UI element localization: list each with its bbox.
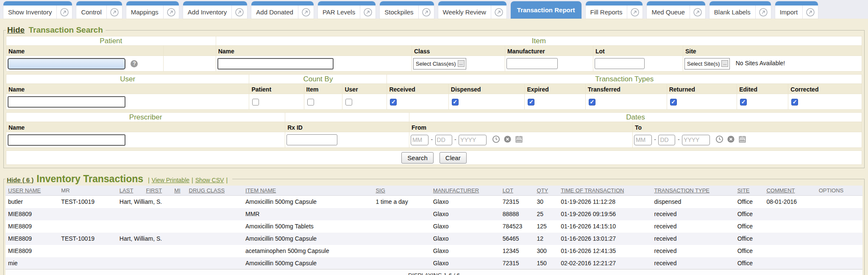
tab-blank-labels[interactable]: Blank Labels <box>709 1 771 19</box>
class-picker-ellipsis-button[interactable]: ... <box>458 60 465 67</box>
open-new-window-icon[interactable] <box>690 6 705 19</box>
column-header-qty[interactable]: QTY <box>534 186 559 196</box>
to-time-icon[interactable] <box>715 135 723 145</box>
cell-lot: 784523 <box>500 220 534 233</box>
clear-button[interactable]: Clear <box>440 152 467 164</box>
type-received-checkbox[interactable] <box>390 99 397 106</box>
search-button[interactable]: Search <box>401 152 434 164</box>
cell-qty: 25 <box>534 208 559 220</box>
site-picker-label: Select Site(s) <box>687 61 720 67</box>
from-calendar-icon[interactable] <box>515 135 523 145</box>
hide-search-link[interactable]: Hide <box>7 25 25 34</box>
tab-control[interactable]: Control <box>76 1 122 19</box>
from-year-input[interactable] <box>459 135 487 145</box>
column-header-lot[interactable]: LOT <box>500 186 534 196</box>
column-header-item-name[interactable]: ITEM NAME <box>243 186 373 196</box>
open-new-window-icon[interactable] <box>418 6 434 19</box>
transaction-types-section-header: Transaction Types <box>387 75 862 84</box>
column-header-user-name[interactable]: USER NAME <box>6 186 58 196</box>
item-name-input[interactable] <box>217 58 334 69</box>
count-by-patient-checkbox[interactable] <box>252 99 259 106</box>
open-new-window-icon[interactable] <box>56 6 72 19</box>
to-calendar-icon[interactable] <box>738 135 746 145</box>
to-year-input[interactable] <box>682 135 710 145</box>
open-new-window-icon[interactable] <box>106 6 122 19</box>
open-new-window-icon[interactable] <box>163 6 179 19</box>
open-new-window-icon[interactable] <box>298 6 314 19</box>
to-date-group: - - <box>634 136 747 143</box>
hide-results-link[interactable]: Hide ( 6 ) <box>7 176 33 183</box>
site-picker-ellipsis-button[interactable]: ... <box>721 60 728 67</box>
tab-label: Show Inventory <box>3 8 56 16</box>
from-clear-date-icon[interactable] <box>504 135 512 145</box>
tab-add-donated[interactable]: Add Donated <box>251 1 314 19</box>
rx-id-input[interactable] <box>287 134 337 145</box>
column-header-last[interactable]: LAST <box>117 186 144 196</box>
to-month-input[interactable] <box>634 135 652 145</box>
open-new-window-icon[interactable] <box>755 6 771 19</box>
tab-weekly-review[interactable]: Weekly Review <box>438 1 506 19</box>
tab-med-queue[interactable]: Med Queue <box>647 1 705 19</box>
tab-par-levels[interactable]: PAR Levels <box>318 1 376 19</box>
tab-stockpiles[interactable]: Stockpiles <box>380 1 434 19</box>
view-printable-link[interactable]: View Printable <box>152 177 189 183</box>
to-date-label: To <box>632 122 862 132</box>
prescriber-name-input[interactable] <box>8 134 125 146</box>
column-header-drug-class[interactable]: DRUG CLASS <box>186 186 243 196</box>
to-day-input[interactable] <box>658 135 675 145</box>
show-csv-link[interactable]: Show CSV <box>195 177 224 183</box>
cell-comment <box>764 233 816 245</box>
type-expired-label: Expired <box>525 84 585 94</box>
type-returned-checkbox[interactable] <box>670 99 677 106</box>
manufacturer-input[interactable] <box>506 58 558 69</box>
tab-transaction-report[interactable]: Transaction Report <box>511 1 581 19</box>
lot-input[interactable] <box>595 58 645 69</box>
open-new-window-icon[interactable] <box>231 6 247 19</box>
transaction-report-screen: Show Inventory Control Mappings Add Inve… <box>0 0 868 275</box>
tab-show-inventory[interactable]: Show Inventory <box>3 1 72 19</box>
open-new-window-icon[interactable] <box>491 6 506 19</box>
tab-add-inventory[interactable]: Add Inventory <box>183 1 248 19</box>
column-header-sig[interactable]: SIG <box>373 186 430 196</box>
open-new-window-icon[interactable] <box>627 6 643 19</box>
column-header-mi[interactable]: MI <box>172 186 186 196</box>
column-header-manufacturer[interactable]: MANUFACTURER <box>431 186 500 196</box>
to-clear-date-icon[interactable] <box>727 135 735 145</box>
tab-mappings[interactable]: Mappings <box>126 1 179 19</box>
cell-lot: 56465 <box>500 233 534 245</box>
user-name-input[interactable] <box>8 96 125 108</box>
column-header-time-of-transaction[interactable]: TIME OF TRANSACTION <box>558 186 651 196</box>
site-picker[interactable]: Select Site(s) ... <box>684 58 730 69</box>
help-icon[interactable]: ? <box>131 60 138 67</box>
patient-name-input[interactable] <box>8 58 125 69</box>
open-new-window-icon[interactable] <box>802 6 818 19</box>
results-header-row: USER NAMEMRLASTFIRSTMIDRUG CLASSITEM NAM… <box>6 186 862 196</box>
type-transferred-checkbox[interactable] <box>589 99 595 106</box>
from-month-input[interactable] <box>411 135 428 145</box>
type-expired-checkbox[interactable] <box>528 99 534 106</box>
open-new-window-icon[interactable] <box>360 6 376 19</box>
count-by-item-checkbox[interactable] <box>307 99 314 106</box>
type-edited-checkbox[interactable] <box>740 99 747 106</box>
cell-site: Office <box>735 233 764 245</box>
type-dispensed-checkbox[interactable] <box>452 99 459 106</box>
class-picker[interactable]: Select Class(es) ... <box>413 58 466 69</box>
from-time-icon[interactable] <box>492 135 500 145</box>
tab-fill-reports[interactable]: Fill Reports <box>586 1 643 19</box>
type-corrected-checkbox[interactable] <box>791 99 798 106</box>
column-header-comment[interactable]: COMMENT <box>764 186 816 196</box>
column-header-transaction-type[interactable]: TRANSACTION TYPE <box>652 186 735 196</box>
cell-type: received <box>652 233 735 245</box>
cell-lot: 88888 <box>500 208 534 220</box>
tab-label: Med Queue <box>647 8 689 16</box>
tab-label: Mappings <box>126 8 163 16</box>
column-header-site[interactable]: SITE <box>735 186 764 196</box>
tab-import[interactable]: Import <box>775 1 818 19</box>
separator: | <box>226 177 228 183</box>
column-header-first[interactable]: FIRST <box>144 186 172 196</box>
count-by-user-checkbox[interactable] <box>345 99 352 106</box>
from-day-input[interactable] <box>435 135 452 145</box>
cell-lot: 72315 <box>500 257 534 269</box>
count-by-item-label: Item <box>304 84 342 94</box>
tab-label: Import <box>775 8 803 16</box>
